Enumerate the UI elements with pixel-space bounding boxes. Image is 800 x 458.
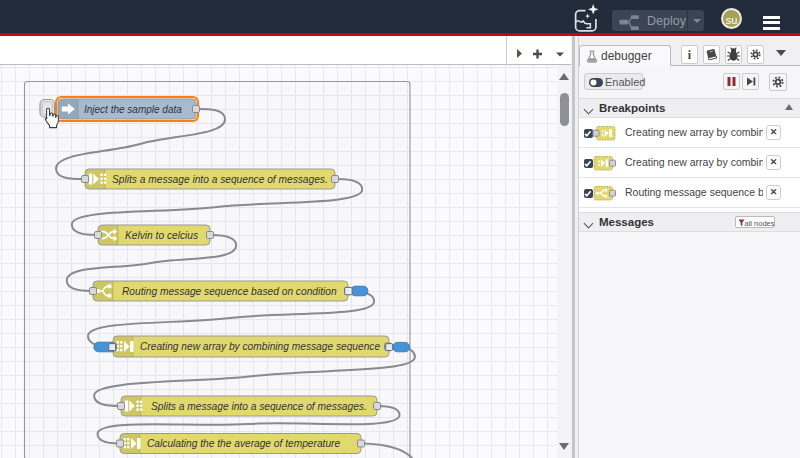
svg-text:i: i	[688, 48, 692, 62]
svg-text:Splits a message into a sequen: Splits a message into a sequence of mess…	[112, 174, 328, 185]
svg-text:Creating new array by combinin: Creating new array by combining message …	[140, 341, 380, 352]
svg-text:Splits a message into a sequen: Splits a message into a sequence of mess…	[151, 401, 367, 412]
svg-text:Calculating the the average of: Calculating the the average of temperatu…	[147, 438, 340, 449]
svg-text:Routing message sequence based: Routing message sequence based on condit…	[122, 286, 337, 297]
svg-text:Inject the sample data: Inject the sample data	[84, 104, 182, 115]
svg-text:Kelvin to celcius: Kelvin to celcius	[125, 230, 198, 241]
